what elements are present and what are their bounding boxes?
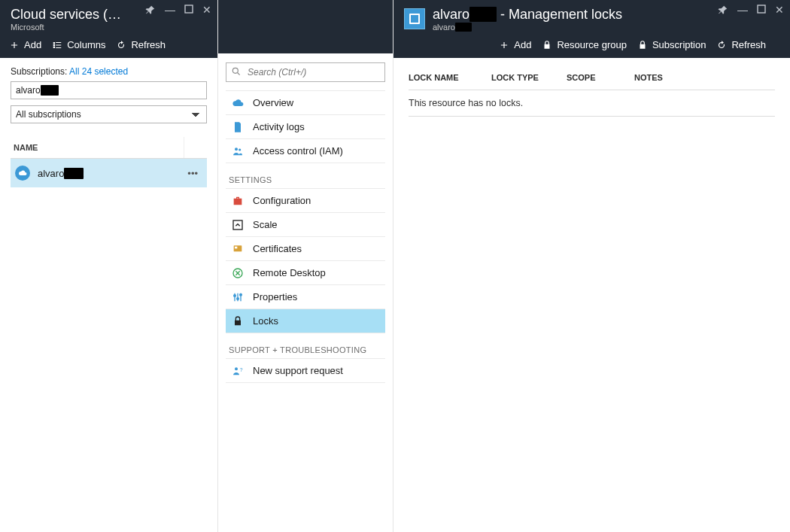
person-q-icon: ? <box>232 365 244 377</box>
menu-item-locks[interactable]: Locks <box>226 309 385 333</box>
menu-item-overview[interactable]: Overview <box>226 90 385 115</box>
menu-item-label: Activity logs <box>253 121 305 132</box>
subscription-select[interactable]: All subscriptions <box>11 105 207 123</box>
svg-rect-4 <box>233 220 242 230</box>
resource-icon <box>404 8 425 29</box>
refresh-label: Refresh <box>131 39 166 50</box>
badge-icon <box>232 243 244 255</box>
blade-subtitle: Microsoft <box>11 23 207 32</box>
cloud-service-icon <box>15 166 30 181</box>
locks-blade: alvaroxxxx - Management locks alvaroxxxx… <box>393 0 790 532</box>
columns-label: Columns <box>67 39 105 50</box>
menu-item-label: Locks <box>253 315 278 327</box>
svg-point-3 <box>239 148 241 150</box>
subscriptions-line: Subscriptions: All 24 selected <box>11 66 207 77</box>
columns-button[interactable]: Columns <box>52 39 105 50</box>
menu-search-input[interactable] <box>226 62 385 82</box>
blade-subtitle: alvaroxxxx <box>433 23 779 32</box>
resource-group-button[interactable]: Resource group <box>542 39 627 50</box>
cloud-service-name: alvaroxxxx <box>38 168 84 179</box>
menu-item-label: Overview <box>253 97 293 108</box>
menu-item-activity[interactable]: Activity logs <box>226 114 385 139</box>
grid-col-name: NAME <box>11 137 184 158</box>
col-scope: SCOPE <box>567 73 619 82</box>
svg-rect-5 <box>234 245 242 251</box>
col-notes: NOTES <box>634 73 694 82</box>
add-lock-button[interactable]: Add <box>499 39 531 50</box>
minimize-icon[interactable]: — <box>165 5 175 17</box>
doc-icon <box>232 121 244 133</box>
lock-icon <box>232 315 244 327</box>
row-more-icon[interactable]: ••• <box>183 168 202 179</box>
circle-x-icon <box>232 267 244 279</box>
menu-item-label: New support request <box>253 365 343 376</box>
refresh-label: Refresh <box>731 39 766 50</box>
add-label: Add <box>514 39 531 50</box>
maximize-icon[interactable] <box>184 5 193 17</box>
name-filter-input[interactable]: alvaroxxxx <box>11 81 207 99</box>
menu-section-title: SETTINGS <box>226 163 385 189</box>
svg-point-2 <box>235 147 238 150</box>
svg-point-9 <box>237 297 239 299</box>
svg-point-11 <box>235 367 238 370</box>
refresh-button[interactable]: Refresh <box>716 39 766 50</box>
menu-item-label: Properties <box>253 291 297 302</box>
svg-point-1 <box>232 68 238 73</box>
cloud-icon <box>232 97 244 109</box>
name-filter-value: alvaro <box>16 85 41 96</box>
menu-item-iam[interactable]: Access control (IAM) <box>226 138 385 163</box>
pin-icon[interactable] <box>145 5 156 17</box>
svg-rect-0 <box>185 5 193 13</box>
menu-item-certs[interactable]: Certificates <box>226 236 385 261</box>
menu-search[interactable] <box>226 62 385 82</box>
svg-rect-13 <box>758 5 765 13</box>
subscription-select-value: All subscriptions <box>16 109 81 120</box>
subscription-button[interactable]: Subscription <box>637 39 706 50</box>
people-icon <box>232 145 244 157</box>
menu-item-rdp[interactable]: Remote Desktop <box>226 260 385 285</box>
blade-header: Cloud services (cl... Microsoft — ✕ <box>0 0 217 36</box>
menu-item-label: Certificates <box>253 243 302 254</box>
svg-text:?: ? <box>240 366 243 372</box>
pin-icon[interactable] <box>718 5 728 17</box>
col-lock-type: LOCK TYPE <box>491 73 551 82</box>
search-icon <box>231 66 242 79</box>
briefcase-icon <box>232 195 244 207</box>
menu-item-scale[interactable]: Scale <box>226 212 385 237</box>
cloud-service-row[interactable]: alvaroxxxx ••• <box>11 159 207 187</box>
minimize-icon[interactable]: — <box>737 5 748 17</box>
menu-item-label: Configuration <box>253 195 311 206</box>
rg-label: Resource group <box>557 39 627 50</box>
close-icon[interactable]: ✕ <box>202 5 211 17</box>
sliders-icon <box>232 291 244 303</box>
menu-item-label: Scale <box>253 219 278 230</box>
menu-item-props[interactable]: Properties <box>226 284 385 309</box>
empty-message: This resource has no locks. <box>409 90 775 116</box>
col-lock-name: LOCK NAME <box>409 73 476 82</box>
menu-item-label: Access control (IAM) <box>253 145 343 157</box>
blade-header: alvaroxxxx - Management locks alvaroxxxx… <box>393 0 790 36</box>
svg-point-10 <box>240 293 242 296</box>
close-icon[interactable]: ✕ <box>775 5 784 17</box>
menu-section-title: SUPPORT + TROUBLESHOOTING <box>226 333 385 359</box>
blade-toolbar: Add Resource group Subscription Refresh <box>393 36 790 58</box>
sub-label: Subscription <box>652 39 706 50</box>
arrow-up-icon <box>232 219 244 231</box>
menu-item-config[interactable]: Configuration <box>226 188 385 213</box>
cloud-services-blade: Cloud services (cl... Microsoft — ✕ Add <box>0 0 218 532</box>
svg-rect-6 <box>235 246 237 248</box>
locks-grid-header: LOCK NAME LOCK TYPE SCOPE NOTES <box>409 65 775 90</box>
menu-item-support[interactable]: ?New support request <box>226 358 385 383</box>
grid-header: NAME <box>11 137 207 159</box>
add-button[interactable]: Add <box>9 39 41 50</box>
svg-point-8 <box>234 294 236 296</box>
maximize-icon[interactable] <box>757 5 766 17</box>
subscriptions-link[interactable]: All 24 selected <box>69 66 128 77</box>
refresh-button[interactable]: Refresh <box>116 39 166 50</box>
subscriptions-label: Subscriptions: <box>11 66 67 77</box>
menu-item-label: Remote Desktop <box>253 267 326 278</box>
blade-toolbar: Add Columns Refresh <box>0 36 217 58</box>
add-label: Add <box>24 39 41 50</box>
resource-menu-blade: OverviewActivity logsAccess control (IAM… <box>218 0 393 532</box>
